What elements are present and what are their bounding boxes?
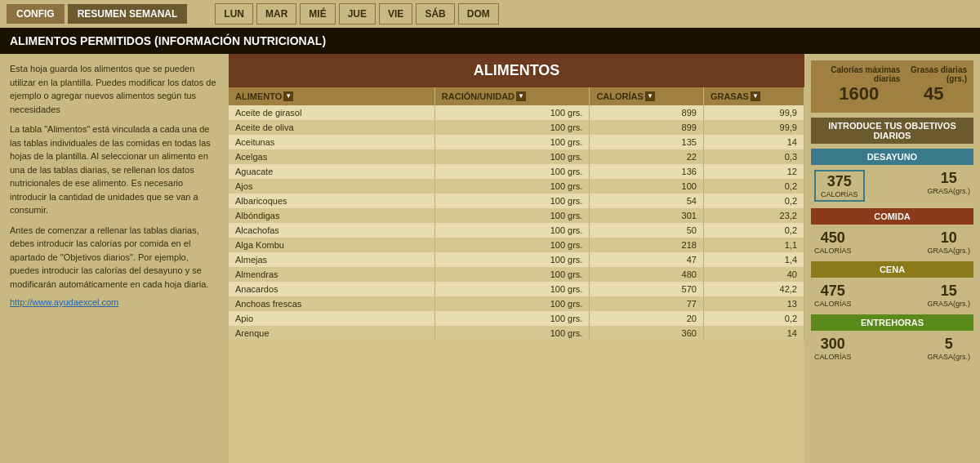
cell-12-2: 570: [590, 282, 703, 296]
table-title: ALIMENTOS: [229, 54, 804, 87]
left-text-3: Antes de comenzar a rellenar las tablas …: [10, 224, 219, 292]
day-button-jue[interactable]: JUE: [339, 3, 376, 24]
meal-title-3: ENTREHORAS: [811, 314, 973, 331]
cell-9-0: Alga Kombu: [229, 238, 434, 252]
website-link[interactable]: http://www.ayudaexcel.com: [10, 297, 219, 307]
cell-3-2: 22: [590, 149, 703, 164]
cell-0-1: 100 grs.: [434, 105, 590, 120]
meal-calories-2: 475CALORÍAS: [814, 283, 852, 308]
cell-5-3: 0,2: [703, 179, 804, 194]
meal-card-cena: CENA475CALORÍAS15GRASA(grs.): [811, 261, 973, 309]
max-calories-label: Calorías máximas diarias: [817, 65, 900, 83]
table-row: Alga Kombu100 grs.2181,1: [229, 238, 804, 252]
day-button-vie[interactable]: VIE: [379, 3, 412, 24]
day-button-sáb[interactable]: SÁB: [416, 3, 454, 24]
meal-fat-3: 5GRASA(grs.): [927, 336, 970, 361]
cell-2-3: 14: [703, 135, 804, 149]
top-nav: CONFIG RESUMEN SEMANAL LUNMARMIÉJUEVIESÁ…: [0, 0, 980, 28]
cell-5-1: 100 grs.: [434, 179, 590, 194]
right-panel: Calorías máximas diarias 1600 Grasas dia…: [804, 54, 980, 463]
cell-0-0: Aceite de girasol: [229, 105, 434, 120]
meal-title-0: DESAYUNO: [811, 149, 973, 165]
cell-3-0: Acelgas: [229, 149, 434, 164]
cell-3-1: 100 grs.: [434, 149, 590, 164]
col-alimento: ALIMENTO ▼: [229, 87, 434, 105]
cell-6-2: 54: [590, 194, 703, 208]
table-row: Acelgas100 grs.220,3: [229, 149, 804, 164]
cell-7-3: 23,2: [703, 208, 804, 223]
cell-10-1: 100 grs.: [434, 252, 590, 267]
table-row: Anacardos100 grs.57042,2: [229, 282, 804, 296]
cell-15-0: Arenque: [229, 326, 434, 341]
cell-14-1: 100 grs.: [434, 311, 590, 326]
cell-8-2: 50: [590, 223, 703, 238]
day-button-mar[interactable]: MAR: [256, 3, 296, 24]
cell-2-0: Aceitunas: [229, 135, 434, 149]
table-row: Almendras100 grs.48040: [229, 267, 804, 282]
filter-calorias-icon[interactable]: ▼: [645, 91, 655, 101]
meal-title-2: CENA: [811, 261, 973, 278]
col-racion: RACIÓN/UNIDAD ▼: [434, 87, 590, 105]
table-row: Aceitunas100 grs.13514: [229, 135, 804, 149]
cell-4-1: 100 grs.: [434, 164, 590, 179]
filter-alimento-icon[interactable]: ▼: [283, 91, 293, 101]
table-row: Aguacate100 grs.13612: [229, 164, 804, 179]
table-row: Anchoas frescas100 grs.7713: [229, 296, 804, 311]
table-row: Aceite de girasol100 grs.89999,9: [229, 105, 804, 120]
meal-cards: DESAYUNO375CALORÍAS15GRASA(grs.)COMIDA45…: [811, 149, 973, 363]
daily-fat-value: 45: [900, 83, 967, 105]
left-text-2: La tabla "Alimentos" está vinculada a ca…: [10, 122, 219, 217]
cell-1-0: Aceite de oliva: [229, 120, 434, 135]
cell-4-3: 12: [703, 164, 804, 179]
cell-9-3: 1,1: [703, 238, 804, 252]
cell-4-2: 136: [590, 164, 703, 179]
table-row: Albaricoques100 grs.540,2: [229, 194, 804, 208]
meal-calories-3: 300CALORÍAS: [814, 336, 852, 361]
max-calories-block: Calorías máximas diarias 1600: [817, 65, 900, 105]
cell-3-3: 0,3: [703, 149, 804, 164]
table-row: Ajos100 grs.1000,2: [229, 179, 804, 194]
cell-8-1: 100 grs.: [434, 223, 590, 238]
food-table: ALIMENTO ▼ RACIÓN/UNIDAD ▼ CALORÍAS: [229, 87, 804, 341]
meal-calories-0[interactable]: 375CALORÍAS: [814, 170, 865, 202]
config-button[interactable]: CONFIG: [7, 4, 65, 24]
filter-racion-icon[interactable]: ▼: [516, 91, 526, 101]
cell-12-1: 100 grs.: [434, 282, 590, 296]
day-button-mié[interactable]: MIÉ: [300, 3, 335, 24]
cell-12-3: 42,2: [703, 282, 804, 296]
cell-15-2: 360: [590, 326, 703, 341]
filter-grasas-icon[interactable]: ▼: [751, 91, 760, 101]
cell-6-3: 0,2: [703, 194, 804, 208]
cell-1-3: 99,9: [703, 120, 804, 135]
meal-fat-2: 15GRASA(grs.): [927, 283, 970, 308]
table-row: Arenque100 grs.36014: [229, 326, 804, 341]
cell-1-2: 899: [590, 120, 703, 135]
day-button-lun[interactable]: LUN: [215, 3, 253, 24]
objectives-title: INTRODUCE TUS OBJETIVOS DIARIOS: [811, 118, 973, 144]
cell-0-2: 899: [590, 105, 703, 120]
cell-11-2: 480: [590, 267, 703, 282]
cell-10-2: 47: [590, 252, 703, 267]
cell-2-2: 135: [590, 135, 703, 149]
col-calorias: CALORÍAS ▼: [590, 87, 703, 105]
cell-15-3: 14: [703, 326, 804, 341]
resumen-button[interactable]: RESUMEN SEMANAL: [68, 4, 188, 24]
meal-title-1: COMIDA: [811, 208, 973, 225]
meal-card-entrehoras: ENTREHORAS300CALORÍAS5GRASA(grs.): [811, 314, 973, 363]
cell-8-0: Alcachofas: [229, 223, 434, 238]
table-row: Albóndigas100 grs.30123,2: [229, 208, 804, 223]
cell-10-3: 1,4: [703, 252, 804, 267]
cell-7-1: 100 grs.: [434, 208, 590, 223]
day-button-dom[interactable]: DOM: [458, 3, 499, 24]
table-header-row: ALIMENTO ▼ RACIÓN/UNIDAD ▼ CALORÍAS: [229, 87, 804, 105]
meal-fat-0: 15GRASA(grs.): [927, 170, 970, 202]
cell-7-0: Albóndigas: [229, 208, 434, 223]
cell-10-0: Almejas: [229, 252, 434, 267]
meal-card-comida: COMIDA450CALORÍAS10GRASA(grs.): [811, 208, 973, 256]
cell-0-3: 99,9: [703, 105, 804, 120]
meal-fat-1: 10GRASA(grs.): [927, 229, 970, 255]
max-calories-value: 1600: [817, 83, 900, 105]
cell-2-1: 100 grs.: [434, 135, 590, 149]
cell-11-3: 40: [703, 267, 804, 282]
cell-14-3: 0,2: [703, 311, 804, 326]
